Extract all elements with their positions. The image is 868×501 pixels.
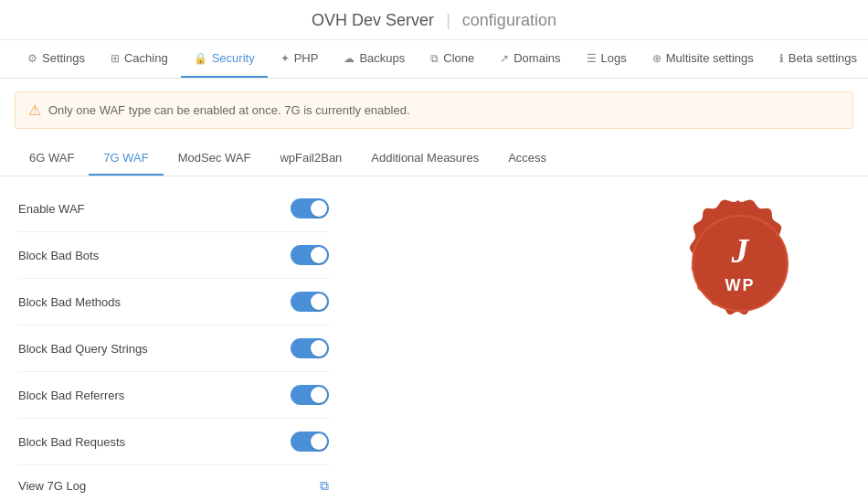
waf-tab-bar: 6G WAF7G WAFModSec WAFwpFail2BanAddition… [0,142,868,176]
waf-tab-additional[interactable]: Additional Measures [356,142,493,176]
setting-row-block_bad_bots: Block Bad Bots [18,232,329,279]
setting-row-block_bad_methods: Block Bad Methods [18,279,329,325]
tab-logs[interactable]: ☰Logs [574,40,640,78]
waf-tab-6g[interactable]: 6G WAF [15,142,89,176]
toggle-block_bad_query_strings[interactable] [291,338,329,358]
toggle-slider-enable_waf [291,198,329,219]
setting-label-block_bad_referrers: Block Bad Referrers [18,389,124,402]
tab-label-beta: Beta settings [789,51,857,65]
tab-icon-security: 🔒 [194,52,207,65]
setting-row-block_bad_referrers: Block Bad Referrers [18,372,329,419]
tab-backups[interactable]: ☁Backups [331,40,418,78]
warning-icon: ⚠ [28,101,41,119]
page-header: OVH Dev Server | configuration [0,0,868,40]
tab-clone[interactable]: ⧉Clone [418,40,487,78]
tab-label-multisite: Multisite settings [666,51,754,65]
external-link-icon-view_7g_log[interactable]: ⧉ [320,478,329,494]
tab-settings[interactable]: ⚙Settings [15,40,98,78]
tab-domains[interactable]: ↗Domains [487,40,573,78]
toggle-block_bad_bots[interactable] [291,245,329,265]
toggle-slider-block_bad_query_strings [291,338,329,358]
main-tab-bar: ⚙Settings⊞Caching🔒Security✦PHP☁Backups⧉C… [0,40,868,79]
toggle-slider-block_bad_bots [291,245,329,265]
waf-tab-wpfail2ban[interactable]: wpFail2Ban [265,142,356,176]
tab-label-php: PHP [294,51,319,65]
tab-icon-multisite: ⊕ [652,52,662,65]
setting-row-block_bad_query_strings: Block Bad Query Strings [18,325,329,372]
toggle-slider-block_bad_methods [291,292,329,312]
toggle-slider-block_bad_referrers [291,385,329,405]
server-name: OVH Dev Server [312,11,434,29]
header-separator: | [446,11,450,29]
tab-php[interactable]: ✦PHP [268,40,332,78]
tab-icon-settings: ⚙ [27,52,37,65]
tab-label-backups: Backups [359,51,405,65]
content-area: Enable WAFBlock Bad BotsBlock Bad Method… [0,176,868,501]
warning-text: Only one WAF type can be enabled at once… [48,103,410,117]
wp-logo-container: J WP [667,195,813,341]
svg-text:J: J [731,231,750,270]
svg-text:WP: WP [725,276,756,294]
wp-logo: J WP [667,195,813,341]
tab-beta[interactable]: ℹBeta settings [767,40,868,78]
tab-icon-php: ✦ [281,52,290,65]
setting-label-block_bad_bots: Block Bad Bots [18,249,99,262]
tab-caching[interactable]: ⊞Caching [98,40,181,78]
tab-label-security: Security [212,51,255,65]
setting-row-block_bad_requests: Block Bad Requests [18,419,329,465]
tab-label-caching: Caching [124,51,168,65]
tab-security[interactable]: 🔒Security [181,40,268,78]
waf-tab-modsec[interactable]: ModSec WAF [164,142,266,176]
config-label: configuration [462,11,556,29]
tab-multisite[interactable]: ⊕Multisite settings [640,40,767,78]
tab-icon-clone: ⧉ [430,52,439,65]
setting-label-view_7g_log: View 7G Log [18,479,86,493]
tab-icon-logs: ☰ [587,52,597,65]
tab-label-logs: Logs [601,51,627,65]
setting-row-enable_waf: Enable WAF [18,186,329,232]
tab-label-domains: Domains [513,51,560,65]
tab-label-clone: Clone [443,51,474,65]
tab-icon-beta: ℹ [779,52,784,65]
setting-label-block_bad_requests: Block Bad Requests [18,435,125,449]
waf-tab-7g[interactable]: 7G WAF [89,142,163,176]
tab-icon-domains: ↗ [500,52,509,65]
tab-icon-backups: ☁ [344,52,355,65]
toggle-enable_waf[interactable] [291,198,329,219]
toggle-block_bad_referrers[interactable] [291,385,329,405]
setting-label-block_bad_methods: Block Bad Methods [18,295,121,309]
toggle-slider-block_bad_requests [291,432,329,452]
toggle-block_bad_requests[interactable] [291,432,329,452]
waf-tab-access[interactable]: Access [493,142,561,176]
tab-icon-caching: ⊞ [111,52,120,65]
setting-label-enable_waf: Enable WAF [18,202,85,216]
setting-label-block_bad_query_strings: Block Bad Query Strings [18,342,148,356]
tab-label-settings: Settings [42,51,85,65]
setting-row-view_7g_log: View 7G Log⧉ [18,465,329,501]
warning-banner: ⚠ Only one WAF type can be enabled at on… [15,91,853,129]
toggle-block_bad_methods[interactable] [291,292,329,312]
